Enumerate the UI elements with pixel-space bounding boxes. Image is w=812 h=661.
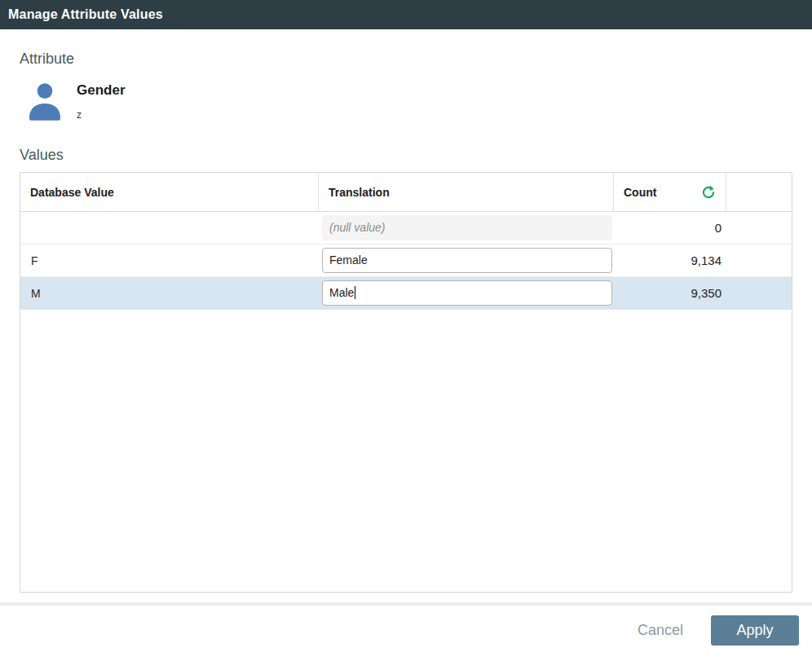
count-cell: 9,134 [613, 253, 726, 267]
attribute-summary: Gender z [20, 80, 792, 122]
manage-attribute-values-dialog: Manage Attribute Values Attribute Gender… [0, 0, 812, 661]
column-header-translation: Translation [318, 173, 613, 211]
translation-cell: (null value) [318, 215, 613, 240]
attribute-name: Gender [77, 82, 126, 99]
attribute-description: z [77, 109, 126, 121]
cancel-button[interactable]: Cancel [626, 615, 695, 646]
translation-input-male-text: Male [329, 286, 354, 299]
table-row-null-value[interactable]: (null value) 0 [20, 212, 792, 245]
count-cell: 9,350 [613, 286, 726, 300]
translation-input-male[interactable]: Male [322, 280, 612, 306]
table-row-male[interactable]: M Male 9,350 [20, 277, 792, 310]
dialog-footer: Cancel Apply [0, 606, 812, 661]
translation-cell: Male [318, 280, 613, 306]
refresh-counts-icon[interactable] [699, 183, 717, 201]
dialog-title-bar: Manage Attribute Values [0, 0, 812, 29]
column-header-spacer [726, 173, 792, 211]
text-caret [355, 286, 355, 299]
attribute-text: Gender z [77, 80, 126, 122]
attribute-section-label: Attribute [20, 51, 792, 68]
values-section-label: Values [20, 147, 792, 164]
column-header-database-value: Database Value [20, 173, 318, 211]
table-row-female[interactable]: F Female 9,134 [20, 245, 792, 277]
column-header-count: Count [613, 173, 726, 211]
database-value-cell: F [20, 254, 318, 267]
count-header-label: Count [624, 186, 656, 199]
person-icon [24, 80, 66, 122]
translation-null-box: (null value) [322, 215, 612, 240]
count-cell: 0 [613, 221, 726, 235]
dialog-title: Manage Attribute Values [8, 7, 163, 22]
table-empty-area [20, 310, 792, 592]
translation-input-female[interactable]: Female [322, 248, 612, 273]
values-table-header: Database Value Translation Count [20, 173, 792, 212]
translation-cell: Female [318, 248, 613, 273]
apply-button[interactable]: Apply [711, 615, 799, 646]
values-table: Database Value Translation Count ( [20, 172, 792, 593]
dialog-content: Attribute Gender z Values Database Value… [0, 29, 812, 593]
database-value-cell: M [20, 287, 318, 300]
